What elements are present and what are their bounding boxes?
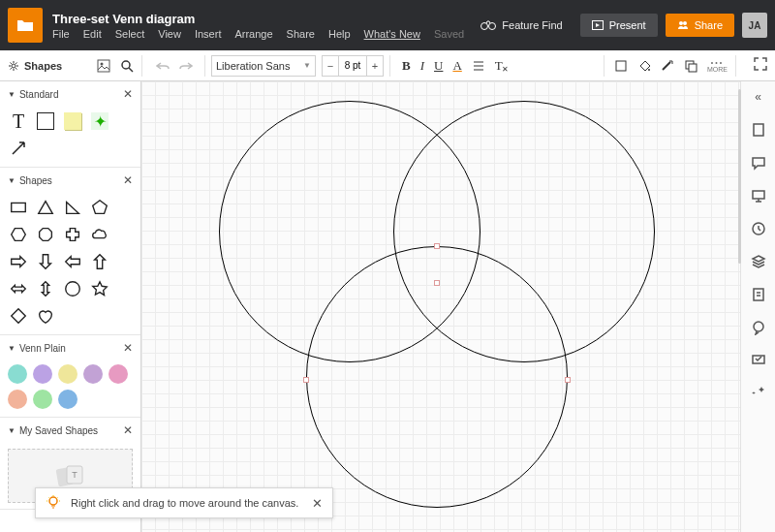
venn-color-4[interactable] [83,364,103,384]
panel-shapes: ▼ Shapes ✕ [0,168,140,335]
font-size-increase[interactable]: + [367,60,383,72]
shape-star[interactable] [89,278,110,299]
menu-whats-new[interactable]: What's New [364,28,420,40]
fullscreen-button[interactable] [746,57,775,75]
venn-color-8[interactable] [58,390,78,409]
rail-data-icon[interactable] [749,285,768,304]
shape-right-triangle[interactable] [62,197,83,218]
shape-cross[interactable] [62,224,83,245]
rail-present-icon[interactable] [749,186,768,205]
panel-header-shapes[interactable]: ▼ Shapes ✕ [0,168,140,193]
shape-arrow-ud[interactable] [35,278,56,299]
underline-button[interactable]: U [434,58,443,74]
shape-arrow-right[interactable] [8,251,29,272]
rail-comment-icon[interactable] [749,153,768,172]
rail-history-icon[interactable] [749,219,768,238]
panel-title: My Saved Shapes [19,425,98,436]
collapse-icon: ▼ [8,90,16,99]
panel-header-saved[interactable]: ▼ My Saved Shapes ✕ [0,418,140,443]
menu-view[interactable]: View [158,28,181,40]
share-button[interactable]: Share [666,14,734,37]
clear-format-button[interactable]: T✕ [495,58,503,74]
font-color-button[interactable]: A [452,58,461,74]
shape-triangle[interactable] [35,197,56,218]
action-tool[interactable]: ✦ [89,110,110,132]
rail-collapse-button[interactable]: « [749,87,768,107]
venn-color-6[interactable] [8,390,27,409]
shape-arrow-up[interactable] [89,251,110,272]
selection-handle[interactable] [565,377,571,383]
close-panel-button[interactable]: ✕ [123,423,133,437]
shape-arrow-left[interactable] [62,251,83,272]
arrow-tool[interactable] [8,138,29,159]
shape-arrow-down[interactable] [35,251,56,272]
venn-color-2[interactable] [33,364,52,384]
shape-heart[interactable] [35,305,56,327]
paint-bucket-icon[interactable] [637,59,651,73]
box-tool[interactable] [35,110,56,132]
shape-rectangle[interactable] [8,197,29,218]
note-tool[interactable] [62,110,83,132]
shape-format-group: ••• MORE [604,55,728,77]
shape-cloud[interactable] [89,224,110,245]
menu-arrange[interactable]: Arrange [234,28,272,40]
shape-hexagon[interactable] [8,224,29,245]
tip-close-button[interactable]: ✕ [312,496,323,511]
redo-icon[interactable] [179,61,193,71]
menu-insert[interactable]: Insert [195,28,222,40]
close-panel-button[interactable]: ✕ [123,87,133,101]
svg-rect-9 [616,61,626,71]
present-button[interactable]: Present [580,14,658,37]
selection-handle[interactable] [303,377,309,383]
line-style-icon[interactable] [661,59,674,73]
rail-chat-icon[interactable] [749,318,768,337]
image-icon[interactable] [97,59,110,73]
undo-icon[interactable] [156,61,170,71]
align-icon[interactable] [472,59,485,73]
font-size-value[interactable]: 8 pt [338,56,367,76]
rail-magic-icon[interactable] [749,384,768,403]
rail-actions-icon[interactable] [749,351,768,370]
selection-handle[interactable] [434,243,440,249]
rail-page-icon[interactable] [749,120,768,140]
fill-icon[interactable] [614,59,628,73]
shape-octagon[interactable] [35,224,56,245]
venn-color-1[interactable] [8,364,27,384]
more-button[interactable]: ••• MORE [707,59,728,73]
selection-handle[interactable] [434,280,440,286]
svg-point-22 [754,322,763,331]
logo-button[interactable] [8,8,43,43]
menu-select[interactable]: Select [115,28,145,40]
feature-find-button[interactable]: Feature Find [471,15,572,36]
italic-button[interactable]: I [420,58,424,74]
bold-button[interactable]: B [402,58,411,74]
font-size-decrease[interactable]: − [323,60,338,72]
scrollbar[interactable] [738,89,741,264]
shape-circle[interactable] [62,278,83,299]
shape-pentagon[interactable] [89,197,110,218]
shapes-toggle[interactable]: Shapes [8,60,62,72]
close-panel-button[interactable]: ✕ [123,341,133,355]
venn-color-3[interactable] [58,364,78,384]
menu-file[interactable]: File [52,28,70,40]
rail-layers-icon[interactable] [749,252,768,271]
svg-point-3 [679,21,683,25]
menu-share[interactable]: Share [287,28,315,40]
shape-diamond[interactable] [8,305,29,327]
font-select[interactable]: Liberation Sans ▼ [211,55,316,77]
copy-style-icon[interactable] [684,59,698,73]
venn-color-7[interactable] [33,390,52,409]
header-left: Three-set Venn diagram File Edit Select … [8,8,464,43]
close-panel-button[interactable]: ✕ [123,173,133,187]
panel-header-venn[interactable]: ▼ Venn Plain ✕ [0,335,140,360]
canvas[interactable] [141,81,740,532]
menu-help[interactable]: Help [328,28,351,40]
venn-color-5[interactable] [108,364,128,384]
menu-edit[interactable]: Edit [83,28,102,40]
text-tool[interactable]: T [8,110,29,132]
document-title[interactable]: Three-set Venn diagram [52,12,464,26]
shape-arrow-lr[interactable] [8,278,29,299]
panel-header-standard[interactable]: ▼ Standard ✕ [0,81,140,107]
user-avatar[interactable]: JA [742,13,767,38]
search-icon[interactable] [120,59,134,73]
